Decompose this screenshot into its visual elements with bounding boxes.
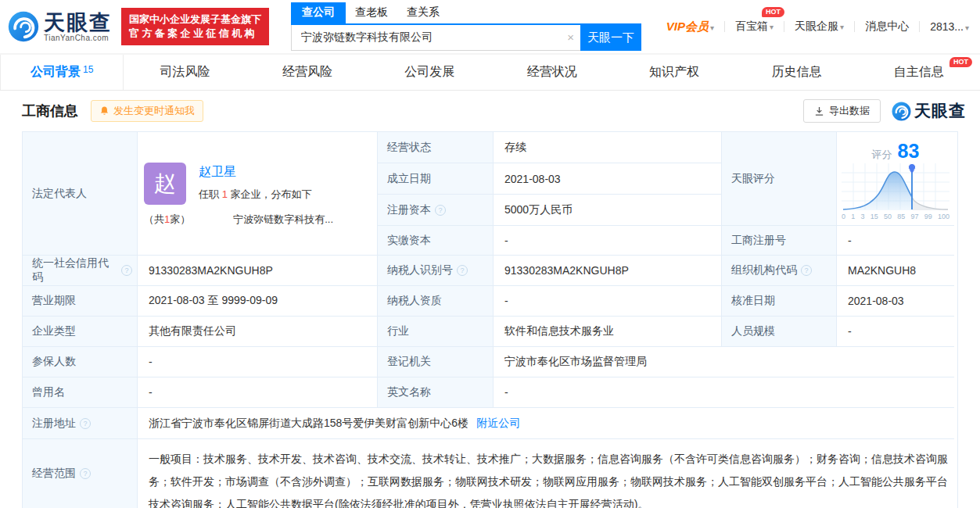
field-label-org-code: 组织机构代码? xyxy=(722,256,837,286)
field-value-industry: 软件和信息技术服务业 xyxy=(494,317,722,347)
help-icon[interactable]: ? xyxy=(435,205,446,216)
menu-divider xyxy=(784,21,784,32)
field-value-approval-date: 2021-08-03 xyxy=(837,286,954,317)
field-label-paid-capital: 实缴资本 xyxy=(378,226,494,256)
search-button[interactable]: 天眼一下 xyxy=(580,25,641,51)
tab-legal-risk[interactable]: 司法风险 xyxy=(124,55,246,90)
legal-rep-total: （共1家） xyxy=(144,213,190,227)
field-value-status: 存续 xyxy=(494,132,722,163)
caret-down-icon: ▾ xyxy=(965,23,969,32)
section-title: 工商信息 xyxy=(22,102,78,120)
company-nav-tabs: 公司背景15 司法风险 经营风险 公司发展 经营状况 知识产权 历史信息 自主信… xyxy=(0,55,980,91)
field-label-tianyan-score: 天眼评分 xyxy=(722,132,837,226)
search-input-wrap: × xyxy=(291,25,580,51)
search-tab-company[interactable]: 查公司 xyxy=(291,2,346,23)
logo-text: 天眼查 TianYanCha.com xyxy=(44,12,112,42)
company-count: 1 xyxy=(222,188,228,200)
field-label-business-scope: 经营范围? xyxy=(23,439,138,508)
legal-rep-avatar[interactable]: 赵 xyxy=(144,163,186,205)
search-input[interactable] xyxy=(291,25,580,51)
tab-operation-status[interactable]: 经营状况 xyxy=(491,55,613,90)
watermark-logo-icon xyxy=(892,102,911,121)
tab-count: 15 xyxy=(83,64,93,75)
legal-rep-name-link[interactable]: 赵卫星 xyxy=(199,164,236,181)
tab-operation-risk[interactable]: 经营风险 xyxy=(246,55,368,90)
business-info-table: 法定代表人 赵 赵卫星 任职 1 家企业，分布如下 （共1家） 宁波弥链数字科技… xyxy=(22,131,958,508)
menu-divider xyxy=(919,21,920,32)
menu-divider xyxy=(854,21,855,32)
score-distribution-chart xyxy=(842,162,949,212)
field-value-business-term: 2021-08-03 至 9999-09-09 xyxy=(138,286,378,317)
field-value-registered-address: 浙江省宁波市奉化区锦屏街道大成路158号爱伊美财富创新中心6楼 附近公司 xyxy=(138,408,954,439)
certification-badge: 国家中小企业发展子基金旗下 官方备案企业征信机构 xyxy=(121,8,269,45)
field-value-taxpayer-id: 91330283MA2KNGUH8P xyxy=(494,256,722,286)
caret-down-icon: ▾ xyxy=(710,23,714,32)
menu-vip[interactable]: VIP会员▾ xyxy=(666,20,714,34)
score-axis-ticks: 0131550859799100 xyxy=(842,213,949,220)
field-label-registration-authority: 登记机关 xyxy=(378,347,494,377)
score-label: 评分 xyxy=(872,148,892,162)
search-row: × 天眼一下 xyxy=(291,25,641,51)
bell-icon xyxy=(99,106,109,116)
field-label-registered-capital: 注册资本? xyxy=(378,195,494,226)
menu-enterprise-service[interactable]: 天眼企服▾ xyxy=(795,20,844,34)
section-header: 工商信息 发生变更时通知我 导出数据 天眼查 xyxy=(0,91,980,131)
field-value-business-scope: 一般项目：技术服务、技术开发、技术咨询、技术交流、技术转让、技术推广；大数据服务… xyxy=(138,439,954,508)
field-value-company-type: 其他有限责任公司 xyxy=(138,317,378,347)
field-label-established: 成立日期 xyxy=(378,163,494,195)
field-label-registration-number: 工商注册号 xyxy=(722,226,837,256)
field-label-staff-size: 人员规模 xyxy=(722,317,837,347)
search-tab-relation[interactable]: 查关系 xyxy=(397,2,449,23)
field-label-industry: 行业 xyxy=(378,317,494,347)
watermark-text: 天眼查 xyxy=(914,100,966,122)
menu-message-center[interactable]: 消息中心 xyxy=(865,20,909,34)
legal-rep-cell: 赵 赵卫星 任职 1 家企业，分布如下 （共1家） 宁波弥链数字科技有... xyxy=(138,132,378,256)
field-label-insured-count: 参保人数 xyxy=(23,347,138,377)
search-tab-boss[interactable]: 查老板 xyxy=(346,2,397,23)
field-label-taxpayer-qualification: 纳税人资质 xyxy=(378,286,494,317)
legal-rep-company-link[interactable]: 宁波弥链数字科技有... xyxy=(233,213,333,227)
menu-toolbox[interactable]: HOT百宝箱▾ xyxy=(735,20,774,34)
logo-domain: TianYanCha.com xyxy=(44,34,112,42)
field-label-status: 经营状态 xyxy=(378,132,494,163)
legal-rep-desc: 任职 1 家企业，分布如下 xyxy=(199,188,311,202)
tab-company-background[interactable]: 公司背景15 xyxy=(0,55,124,90)
field-value-org-code: MA2KNGUH8 xyxy=(837,256,954,286)
field-value-former-name: - xyxy=(138,377,378,408)
field-value-taxpayer-qualification: - xyxy=(494,286,722,317)
tab-self-info[interactable]: 自主信息HOT xyxy=(858,55,980,90)
field-value-uscc: 91330283MA2KNGUH8P xyxy=(138,256,378,286)
field-value-registration-authority: 宁波市奉化区市场监督管理局 xyxy=(494,347,954,377)
tianyancha-logo[interactable]: 天眼查 TianYanCha.com xyxy=(8,11,112,42)
field-value-paid-capital: - xyxy=(494,226,722,256)
search-clear-icon[interactable]: × xyxy=(567,31,574,44)
field-value-registration-number: - xyxy=(837,226,954,256)
help-icon[interactable]: ? xyxy=(80,468,91,479)
help-icon[interactable]: ? xyxy=(121,265,132,276)
notify-change-button[interactable]: 发生变更时通知我 xyxy=(91,100,203,122)
tab-history-info[interactable]: 历史信息 xyxy=(735,55,857,90)
tab-company-development[interactable]: 公司发展 xyxy=(368,55,490,90)
help-icon[interactable]: ? xyxy=(457,265,468,276)
field-label-company-type: 企业类型 xyxy=(23,317,138,347)
field-value-staff-size: - xyxy=(837,317,954,347)
hot-badge: HOT xyxy=(762,7,784,17)
legal-rep-info: 赵卫星 任职 1 家企业，分布如下 xyxy=(199,163,311,202)
help-icon[interactable]: ? xyxy=(80,418,91,429)
field-label-english-name: 英文名称 xyxy=(378,377,494,408)
download-icon xyxy=(814,106,824,116)
top-menu: VIP会员▾ HOT百宝箱▾ 天眼企服▾ 消息中心 2813...▾ xyxy=(666,20,969,34)
field-label-approval-date: 核准日期 xyxy=(722,286,837,317)
nearby-companies-link[interactable]: 附近公司 xyxy=(476,417,520,431)
tianyancha-logo-icon xyxy=(8,11,39,42)
score-head: 评分 83 xyxy=(872,141,920,162)
menu-user-account[interactable]: 2813...▾ xyxy=(930,20,969,33)
logo-title: 天眼查 xyxy=(44,12,112,34)
help-icon[interactable]: ? xyxy=(801,265,812,276)
export-data-button[interactable]: 导出数据 xyxy=(803,99,881,123)
certification-line1: 国家中小企业发展子基金旗下 xyxy=(129,13,261,27)
tab-intellectual-property[interactable]: 知识产权 xyxy=(613,55,735,90)
legal-rep-bottom: （共1家） 宁波弥链数字科技有... xyxy=(144,213,371,227)
score-value: 83 xyxy=(898,141,920,161)
score-pin-icon xyxy=(908,163,915,174)
